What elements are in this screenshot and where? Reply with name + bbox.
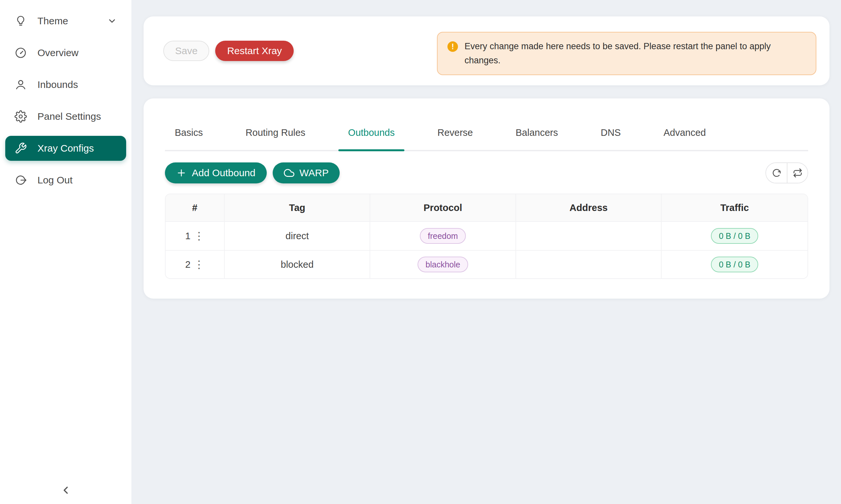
toolbar: Save Restart Xray <box>163 16 294 85</box>
wrench-icon <box>15 142 27 155</box>
sidebar-item-panel-settings[interactable]: Panel Settings <box>5 104 126 129</box>
tab-routing-rules[interactable]: Routing Rules <box>236 127 315 150</box>
sidebar-item-xray-configs[interactable]: Xray Configs <box>5 136 126 161</box>
sidebar-items: Theme Overview Inbounds Panel Settings <box>0 0 132 193</box>
header-protocol: Protocol <box>370 194 516 222</box>
tab-balancers[interactable]: Balancers <box>505 127 568 150</box>
repeat-icon <box>793 168 803 178</box>
row-address <box>516 250 662 278</box>
toolbar-card: Save Restart Xray ! Every change made he… <box>143 16 829 85</box>
traffic-badge: 0 B / 0 B <box>711 228 758 244</box>
gauge-icon <box>15 47 27 59</box>
table-tools-group <box>766 162 808 183</box>
protocol-badge: blackhole <box>417 257 468 272</box>
restart-xray-button[interactable]: Restart Xray <box>215 41 294 61</box>
person-icon <box>15 78 27 91</box>
tab-reverse[interactable]: Reverse <box>427 127 483 150</box>
protocol-badge: freedom <box>420 228 466 244</box>
gear-icon <box>15 110 27 123</box>
header-traffic: Traffic <box>662 194 807 222</box>
chevron-down-icon <box>107 16 117 26</box>
sidebar: Theme Overview Inbounds Panel Settings <box>0 0 132 504</box>
exclamation-circle-icon: ! <box>447 41 458 52</box>
tab-dns[interactable]: DNS <box>591 127 631 150</box>
chevron-left-icon <box>60 484 72 496</box>
sidebar-item-label: Inbounds <box>37 79 78 90</box>
table-header-row: # Tag Protocol Address Traffic <box>166 194 807 222</box>
lightbulb-icon <box>15 15 27 27</box>
tab-advanced[interactable]: Advanced <box>654 127 716 150</box>
row-menu-icon[interactable]: ⋮ <box>194 259 204 270</box>
refresh-button[interactable] <box>766 163 787 183</box>
cloud-icon <box>284 168 294 178</box>
tab-basics[interactable]: Basics <box>165 127 212 150</box>
tabbar: Basics Routing Rules Outbounds Reverse B… <box>165 98 808 151</box>
warp-label: WARP <box>299 167 329 179</box>
sidebar-item-label: Overview <box>37 47 79 58</box>
row-index: 1 <box>185 231 191 241</box>
warning-alert: ! Every change made here needs to be sav… <box>437 32 817 75</box>
header-address: Address <box>516 194 662 222</box>
add-outbound-button[interactable]: Add Outbound <box>165 162 267 183</box>
tab-outbounds[interactable]: Outbounds <box>338 127 405 150</box>
sidebar-collapse-button[interactable] <box>56 480 75 500</box>
repeat-button[interactable] <box>787 163 807 183</box>
row-tag: direct <box>225 222 371 250</box>
table-row: 2 ⋮ blocked blackhole 0 B / 0 B <box>166 250 807 278</box>
sidebar-item-label: Xray Configs <box>37 143 94 154</box>
add-outbound-label: Add Outbound <box>192 167 256 179</box>
logout-icon <box>15 174 27 186</box>
sidebar-item-label: Log Out <box>37 175 73 186</box>
table-row: 1 ⋮ direct freedom 0 B / 0 B <box>166 222 807 250</box>
traffic-badge: 0 B / 0 B <box>711 257 758 272</box>
row-index: 2 <box>185 259 191 270</box>
warp-button[interactable]: WARP <box>273 162 340 183</box>
actions-row: Add Outbound WARP <box>165 162 808 183</box>
sidebar-item-overview[interactable]: Overview <box>5 40 126 65</box>
header-tag: Tag <box>225 194 371 222</box>
row-menu-icon[interactable]: ⋮ <box>194 231 204 241</box>
row-tag: blocked <box>225 250 371 278</box>
outbounds-table: # Tag Protocol Address Traffic 1 ⋮ <box>166 194 807 278</box>
header-index: # <box>166 194 225 222</box>
sidebar-item-theme[interactable]: Theme <box>5 8 126 34</box>
row-address <box>516 222 662 250</box>
sidebar-item-label: Panel Settings <box>37 111 101 122</box>
sidebar-item-inbounds[interactable]: Inbounds <box>5 72 126 97</box>
xray-configs-card: Basics Routing Rules Outbounds Reverse B… <box>143 98 829 299</box>
warning-alert-text: Every change made here needs to be saved… <box>464 39 806 68</box>
outbounds-table-wrapper: # Tag Protocol Address Traffic 1 ⋮ <box>165 194 808 279</box>
sidebar-item-log-out[interactable]: Log Out <box>5 168 126 193</box>
plus-icon <box>176 168 187 178</box>
sidebar-item-label: Theme <box>37 15 68 26</box>
save-button[interactable]: Save <box>163 41 209 61</box>
refresh-icon <box>772 168 782 178</box>
main-content: Save Restart Xray ! Every change made he… <box>132 0 841 504</box>
